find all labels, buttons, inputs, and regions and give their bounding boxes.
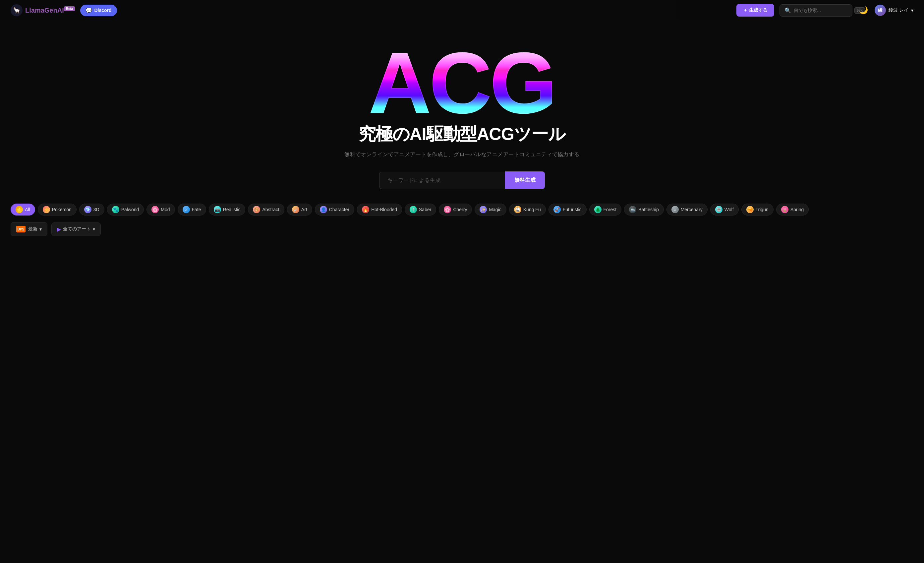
tag-chip-trigun[interactable]: 🔫Trigun — [741, 204, 774, 216]
navbar: 🦙 LlamaGenAIBeta 💬 Discord ＋ 生成する 🔍 ⌘K 🌙… — [0, 0, 924, 21]
tag-avatar-pokemon: ⚡ — [43, 206, 50, 213]
sort-chevron-icon: ▾ — [39, 227, 42, 232]
tag-avatar-art: 🖌 — [292, 206, 299, 213]
play-icon: ▶ — [57, 226, 61, 233]
sort-button[interactable]: UPS 最新 ▾ — [10, 222, 47, 236]
search-input[interactable] — [794, 8, 852, 13]
tag-chip-abstract[interactable]: 🎨Abstract — [248, 204, 284, 216]
theme-toggle-button[interactable]: 🌙 — [858, 5, 869, 16]
tag-label-art: Art — [301, 207, 307, 212]
tag-label-spring: Spring — [790, 207, 804, 212]
logo-icon: 🦙 — [10, 4, 22, 16]
hero-search-input[interactable] — [379, 172, 505, 189]
nav-left: 🦙 LlamaGenAIBeta 💬 Discord — [10, 4, 117, 16]
chevron-down-icon: ▾ — [911, 8, 914, 13]
tag-label-hotblooded: Hot-Blooded — [371, 207, 397, 212]
tag-avatar-magic: ✨ — [480, 206, 487, 213]
logo-text: LlamaGenAIBeta — [25, 7, 75, 14]
hero-section: ACG 究極のAI駆動型ACGツール 無料でオンラインでアニメアートを作成し、グ… — [0, 0, 924, 196]
tags-row: 🌟All⚡Pokemon💎3D🐾Palworld🌸Mod⚔Fate📷Realis… — [10, 204, 914, 216]
hero-search-bar: 無料生成 — [379, 171, 545, 189]
tag-chip-hotblooded[interactable]: 🔥Hot-Blooded — [357, 204, 402, 216]
tag-label-character: Character — [329, 207, 350, 212]
tag-label-mercenary: Mercenary — [681, 207, 703, 212]
tag-label-palworld: Palworld — [121, 207, 139, 212]
tag-chip-all[interactable]: 🌟All — [10, 204, 35, 216]
tag-label-mod: Mod — [161, 207, 170, 212]
tag-chip-kungfu[interactable]: 🥋Kung Fu — [509, 204, 546, 216]
tag-chip-futuristic[interactable]: 🚀Futuristic — [549, 204, 586, 216]
bottom-bar: UPS 最新 ▾ ▶ 全てのアート ▾ — [0, 218, 924, 240]
search-box[interactable]: 🔍 ⌘K — [780, 4, 852, 17]
tag-avatar-fate: ⚔ — [183, 206, 190, 213]
tag-chip-fate[interactable]: ⚔Fate — [178, 204, 206, 216]
tag-avatar-cherry: 🌸 — [444, 206, 451, 213]
tag-chip-cherry[interactable]: 🌸Cherry — [439, 204, 472, 216]
tag-chip-mod[interactable]: 🌸Mod — [147, 204, 175, 216]
tag-avatar-kungfu: 🥋 — [514, 206, 521, 213]
tag-chip-spring[interactable]: 🌷Spring — [776, 204, 808, 216]
tag-chip-pokemon[interactable]: ⚡Pokemon — [38, 204, 76, 216]
tag-avatar-mercenary: ⚔ — [672, 206, 679, 213]
tag-label-cherry: Cherry — [453, 207, 467, 212]
tag-chip-forest[interactable]: 🌲Forest — [589, 204, 622, 216]
tag-avatar-forest: 🌲 — [594, 206, 602, 213]
tag-avatar-all: 🌟 — [16, 206, 23, 213]
tag-avatar-battleship: 🚢 — [629, 206, 636, 213]
tags-section: 🌟All⚡Pokemon💎3D🐾Palworld🌸Mod⚔Fate📷Realis… — [0, 196, 924, 218]
hero-description: 無料でオンラインでアニメアートを作成し、グローバルなアニメアートコミュニティで協… — [344, 151, 580, 158]
avatar: 綾 — [874, 5, 886, 16]
tag-label-kungfu: Kung Fu — [524, 207, 541, 212]
tag-chip-mercenary[interactable]: ⚔Mercenary — [666, 204, 708, 216]
tag-avatar-abstract: 🎨 — [253, 206, 260, 213]
tag-chip-magic[interactable]: ✨Magic — [475, 204, 506, 216]
user-name: 綾波 レイ — [888, 7, 908, 13]
discord-icon: 💬 — [86, 7, 92, 14]
moon-icon: 🌙 — [859, 6, 868, 14]
tag-avatar-spring: 🌷 — [781, 206, 789, 213]
tag-avatar-trigun: 🔫 — [746, 206, 754, 213]
tag-label-forest: Forest — [603, 207, 617, 212]
ups-icon: UPS — [16, 226, 26, 233]
filter-chevron-icon: ▾ — [93, 227, 95, 232]
tag-chip-saber[interactable]: 🗡Saber — [405, 204, 436, 216]
nav-right: ＋ 生成する 🔍 ⌘K 🌙 綾 綾波 レイ ▾ — [736, 4, 914, 17]
tag-label-3d: 3D — [93, 207, 99, 212]
tag-label-abstract: Abstract — [262, 207, 279, 212]
tag-avatar-realistic: 📷 — [214, 206, 221, 213]
tag-avatar-3d: 💎 — [84, 206, 92, 213]
tag-avatar-wolf: 🐺 — [715, 206, 723, 213]
tag-label-magic: Magic — [489, 207, 501, 212]
tag-label-fate: Fate — [192, 207, 201, 212]
tag-avatar-futuristic: 🚀 — [554, 206, 561, 213]
tag-chip-wolf[interactable]: 🐺Wolf — [710, 204, 739, 216]
tag-chip-3d[interactable]: 💎3D — [79, 204, 104, 216]
tag-label-all: All — [25, 207, 30, 212]
tag-label-wolf: Wolf — [724, 207, 734, 212]
tag-avatar-hotblooded: 🔥 — [362, 206, 369, 213]
logo[interactable]: 🦙 LlamaGenAIBeta — [10, 4, 75, 16]
discord-button[interactable]: 💬 Discord — [80, 5, 117, 16]
filter-button[interactable]: ▶ 全てのアート ▾ — [51, 222, 101, 236]
generate-button[interactable]: ＋ 生成する — [736, 4, 774, 17]
tag-chip-character[interactable]: 👤Character — [315, 204, 354, 216]
user-menu-button[interactable]: 綾 綾波 レイ ▾ — [874, 5, 914, 16]
tag-avatar-mod: 🌸 — [152, 206, 159, 213]
tag-chip-battleship[interactable]: 🚢Battleship — [624, 204, 663, 216]
tag-avatar-character: 👤 — [320, 206, 327, 213]
free-generate-button[interactable]: 無料生成 — [505, 171, 545, 189]
tag-chip-palworld[interactable]: 🐾Palworld — [107, 204, 144, 216]
search-icon: 🔍 — [784, 7, 791, 14]
tag-label-battleship: Battleship — [638, 207, 658, 212]
tag-label-realistic: Realistic — [223, 207, 241, 212]
acg-hero-text: ACG — [369, 40, 555, 126]
tag-chip-art[interactable]: 🖌Art — [287, 204, 312, 216]
tag-avatar-palworld: 🐾 — [112, 206, 119, 213]
sort-label: 最新 — [28, 226, 38, 232]
tag-chip-realistic[interactable]: 📷Realistic — [209, 204, 246, 216]
tag-label-saber: Saber — [419, 207, 431, 212]
tag-label-trigun: Trigun — [756, 207, 769, 212]
tag-avatar-saber: 🗡 — [410, 206, 417, 213]
generate-label: ＋ 生成する — [743, 7, 768, 13]
discord-label: Discord — [94, 8, 111, 13]
